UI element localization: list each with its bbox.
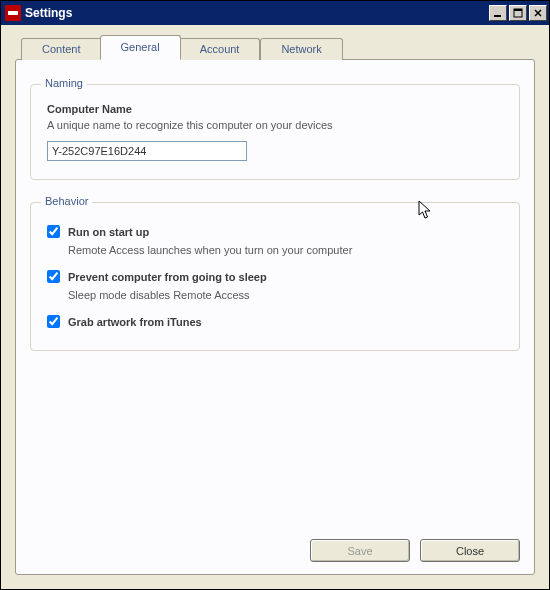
maximize-button[interactable] <box>509 5 527 21</box>
artwork-checkbox[interactable] <box>47 315 60 328</box>
minimize-icon <box>493 8 503 18</box>
tab-network[interactable]: Network <box>260 38 342 60</box>
client-area: Content General Account Network Naming C… <box>1 25 549 589</box>
close-button[interactable]: Close <box>420 539 520 562</box>
save-button[interactable]: Save <box>310 539 410 562</box>
tab-panel-general: Naming Computer Name A unique name to re… <box>15 59 535 575</box>
sleep-checkbox[interactable] <box>47 270 60 283</box>
maximize-icon <box>513 8 523 18</box>
close-icon <box>533 8 543 18</box>
startup-description: Remote Access launches when you turn on … <box>68 244 503 256</box>
app-icon <box>5 5 21 21</box>
computer-name-input[interactable] <box>47 141 247 161</box>
svg-rect-2 <box>514 9 522 11</box>
sleep-description: Sleep mode disables Remote Access <box>68 289 503 301</box>
group-naming: Naming Computer Name A unique name to re… <box>30 84 520 180</box>
artwork-label: Grab artwork from iTunes <box>68 316 202 328</box>
tab-strip: Content General Account Network <box>21 37 535 59</box>
group-behavior-label: Behavior <box>41 195 92 207</box>
close-window-button[interactable] <box>529 5 547 21</box>
svg-rect-0 <box>494 15 501 17</box>
tab-general[interactable]: General <box>100 35 181 60</box>
startup-checkbox[interactable] <box>47 225 60 238</box>
group-naming-label: Naming <box>41 77 87 89</box>
group-behavior: Behavior Run on start up Remote Access l… <box>30 202 520 351</box>
tab-account[interactable]: Account <box>179 38 261 60</box>
minimize-button[interactable] <box>489 5 507 21</box>
tab-content[interactable]: Content <box>21 38 102 60</box>
dialog-button-row: Save Close <box>30 539 520 562</box>
sleep-label: Prevent computer from going to sleep <box>68 271 267 283</box>
computer-name-heading: Computer Name <box>47 103 503 115</box>
title-bar: Settings <box>1 1 549 25</box>
window-title: Settings <box>25 6 72 20</box>
computer-name-description: A unique name to recognize this computer… <box>47 119 503 131</box>
startup-label: Run on start up <box>68 226 149 238</box>
